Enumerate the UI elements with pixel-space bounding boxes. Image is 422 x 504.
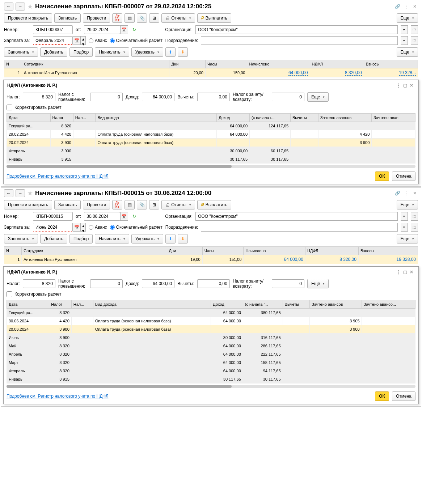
reports-button[interactable]: 🖨Отчеты <box>161 13 195 23</box>
fill-button[interactable]: Заполнить <box>4 47 38 57</box>
final-radio[interactable]: Окончательный расчет <box>110 225 163 230</box>
col-header[interactable]: Дата <box>7 300 49 309</box>
table-row[interactable]: 20.02.20243 900Оплата труда (основная на… <box>7 139 415 147</box>
col-header[interactable]: Сотрудник <box>22 247 167 255</box>
col-header[interactable]: Нал... <box>71 300 93 309</box>
ded-input[interactable] <box>197 93 230 101</box>
date-input[interactable] <box>84 212 120 221</box>
table-row[interactable]: 1Антоненко Илья Русланович20,00159,0064 … <box>4 68 418 77</box>
org-open-icon[interactable]: ⬚ <box>411 212 418 221</box>
advance-radio[interactable]: Аванс <box>89 38 107 43</box>
ded-input[interactable] <box>197 279 230 288</box>
back-button[interactable]: ← <box>4 3 13 10</box>
period-spinner[interactable]: ▴▾ <box>81 223 86 232</box>
calendar-icon[interactable]: 📅 <box>120 25 128 34</box>
col-header[interactable]: НДФЛ <box>305 247 358 255</box>
ndfl-more-button[interactable]: Еще <box>307 279 329 288</box>
dept-dropdown-icon[interactable]: ▾ <box>401 223 408 232</box>
col-header[interactable]: Зачтено аван <box>372 114 415 122</box>
over-input[interactable] <box>90 279 123 288</box>
pay-button[interactable]: ₽Выплатить <box>197 200 232 209</box>
col-header[interactable]: Налог <box>50 114 73 122</box>
number-input[interactable] <box>33 212 73 221</box>
col-header[interactable]: Начислено <box>247 60 310 68</box>
col-header[interactable]: Дни <box>169 60 206 68</box>
dept-select[interactable] <box>201 36 398 45</box>
org-select[interactable]: ООО "Конфетпром" <box>195 25 398 34</box>
advance-radio[interactable]: Аванс <box>89 225 107 230</box>
org-dropdown-icon[interactable]: ▾ <box>401 212 408 221</box>
col-header[interactable]: N <box>4 60 22 68</box>
calc-button[interactable]: Начислить <box>95 234 129 243</box>
ndfl-max-icon[interactable]: ▢ <box>402 82 408 89</box>
col-header[interactable]: Зачтено авансо... <box>362 300 415 309</box>
save-button[interactable]: Записать <box>54 200 81 209</box>
dtkt-button[interactable]: Дт Кт <box>112 200 122 209</box>
dept-select[interactable] <box>201 223 398 232</box>
pay-button[interactable]: ₽Выплатить <box>197 13 232 23</box>
col-header[interactable]: Зачтено авансов <box>310 300 362 309</box>
col-header[interactable]: Вид дохода <box>93 300 211 309</box>
col-header[interactable]: Доход <box>211 300 243 309</box>
col-header[interactable]: Налог <box>49 300 72 309</box>
ret-input[interactable] <box>272 279 304 288</box>
calc-button[interactable]: Начислить <box>95 47 129 57</box>
period-input[interactable] <box>33 223 73 232</box>
refresh-icon[interactable]: ↻ <box>131 213 138 220</box>
related-button[interactable]: ⊞ <box>149 13 159 23</box>
move-down-button[interactable]: ⬇ <box>178 47 188 57</box>
col-header[interactable]: (с начала г... <box>243 300 283 309</box>
hold-button[interactable]: Удержать <box>131 47 163 57</box>
back-button[interactable]: ← <box>4 189 13 197</box>
dept-dropdown-icon[interactable]: ▾ <box>401 36 408 45</box>
correct-checkbox[interactable]: Корректировать расчет <box>4 290 64 298</box>
close-icon[interactable]: ✕ <box>412 3 418 10</box>
org-open-icon[interactable]: ⬚ <box>411 25 418 34</box>
ndfl-menu-icon[interactable]: ⋮ <box>395 82 402 89</box>
close-icon[interactable]: ✕ <box>412 190 418 196</box>
table-row[interactable]: Февраль3 90030 000,0060 117,65 <box>7 147 415 155</box>
income-input[interactable] <box>142 93 174 101</box>
over-input[interactable] <box>90 93 123 101</box>
col-header[interactable]: Сотрудник <box>22 60 169 68</box>
table-row[interactable]: Июнь3 90030 000,00316 117,65 <box>7 334 415 342</box>
period-spinner[interactable]: ▴▾ <box>81 36 86 45</box>
table-row[interactable]: Текущий ра...8 32064 000,00380 117,65 <box>7 309 415 317</box>
ndfl-max-icon[interactable]: ▢ <box>402 269 408 275</box>
ok-button[interactable]: ОК <box>375 391 389 401</box>
period-input[interactable] <box>33 36 73 45</box>
ndfl-menu-icon[interactable]: ⋮ <box>395 269 402 275</box>
h-scrollbar[interactable] <box>7 165 415 168</box>
fill-button[interactable]: Заполнить <box>4 234 38 243</box>
ret-input[interactable] <box>272 93 304 101</box>
table-row[interactable]: Май8 32064 000,00286 117,65 <box>7 342 415 350</box>
doc-button[interactable]: ▤ <box>125 13 135 23</box>
post-button[interactable]: Провести <box>83 200 110 209</box>
col-header[interactable]: Вид дохода <box>96 114 217 122</box>
move-down-button[interactable]: ⬇ <box>178 234 188 243</box>
reports-button[interactable]: 🖨Отчеты <box>161 200 195 209</box>
favorite-icon[interactable]: ★ <box>27 189 33 197</box>
menu-icon[interactable]: ⋮ <box>403 190 409 196</box>
register-link[interactable]: Подробнее см. Регистр налогового учета п… <box>7 174 109 179</box>
more-button[interactable]: Еще <box>397 13 418 23</box>
table-more-button[interactable]: Еще <box>397 47 418 57</box>
col-header[interactable]: Доход <box>217 114 250 122</box>
doc-button[interactable]: ▤ <box>125 200 135 209</box>
add-button[interactable]: Добавить <box>40 234 67 243</box>
col-header[interactable]: (с начала г... <box>250 114 291 122</box>
table-row[interactable]: 29.02.20244 420Оплата труда (основная на… <box>7 130 415 139</box>
forward-button[interactable]: → <box>16 189 25 197</box>
ndfl-more-button[interactable]: Еще <box>307 92 329 102</box>
col-header[interactable]: Вычеты <box>291 114 318 122</box>
pick-button[interactable]: Подбор <box>69 234 93 243</box>
table-row[interactable]: Текущий ра...8 32064 000,00124 117,65 <box>7 122 415 130</box>
link-icon[interactable]: 🔗 <box>394 190 401 196</box>
post-button[interactable]: Провести <box>83 13 110 23</box>
table-row[interactable]: 30.06.20244 420Оплата труда (основная на… <box>7 317 415 325</box>
col-header[interactable]: НДФЛ <box>310 60 364 68</box>
org-select[interactable]: ООО "Конфетпром" <box>195 212 398 221</box>
col-header[interactable]: Вычеты <box>283 300 310 309</box>
post-close-button[interactable]: Провести и закрыть <box>4 200 52 209</box>
h-scrollbar[interactable] <box>7 385 415 388</box>
